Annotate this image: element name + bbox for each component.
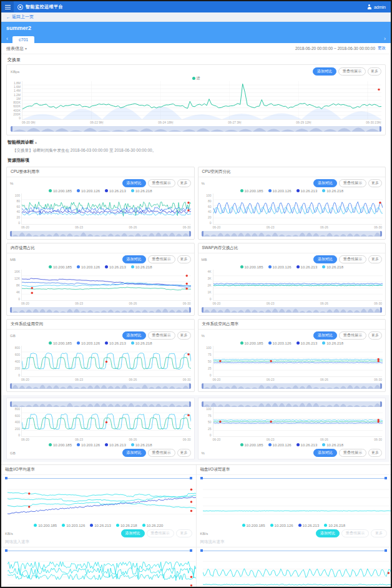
legend-item[interactable]: 10.200.185: [240, 443, 263, 447]
legend-item[interactable]: 10.200.185: [49, 265, 72, 269]
datazoom-slider[interactable]: [200, 476, 388, 480]
chart[interactable]: [213, 407, 383, 437]
datazoom-slider[interactable]: [10, 401, 191, 407]
datazoom-handle[interactable]: [10, 231, 12, 237]
legend-item[interactable]: 10.203.126: [268, 265, 292, 269]
datazoom-slider[interactable]: [202, 307, 383, 313]
legend-item[interactable]: 10.26.218: [131, 443, 152, 447]
add-compare-button[interactable]: 添加对比: [122, 331, 146, 340]
tabs-scroll-left-icon[interactable]: ‹: [6, 35, 12, 43]
back-link[interactable]: ← 返回上一页: [6, 14, 34, 20]
overlay-button[interactable]: 重叠性展示: [147, 529, 174, 537]
datazoom-slider[interactable]: [10, 307, 191, 313]
legend-item[interactable]: 10.203.126: [270, 524, 293, 527]
datazoom-handle[interactable]: [189, 307, 191, 313]
overlay-button[interactable]: 重叠性展示: [339, 179, 366, 187]
change-range-link[interactable]: 更改: [378, 46, 386, 51]
more-button[interactable]: 更多: [177, 179, 191, 187]
legend-item[interactable]: 10.26.218: [131, 189, 152, 193]
legend-item[interactable]: 10.26.213: [298, 524, 320, 527]
more-button[interactable]: 更多: [177, 331, 191, 340]
overlay-button[interactable]: 重叠性展示: [339, 255, 366, 263]
overlay-button[interactable]: 重叠性展示: [148, 449, 175, 457]
chart[interactable]: [213, 346, 383, 377]
legend-item[interactable]: 10.26.213: [296, 189, 318, 193]
legend-item[interactable]: 10.26.213: [90, 524, 111, 527]
datazoom-handle[interactable]: [202, 401, 203, 407]
chart[interactable]: [7, 554, 196, 588]
legend-item[interactable]: 10.26.213: [296, 341, 318, 345]
datazoom-handle[interactable]: [202, 383, 203, 389]
legend-item[interactable]: 10.200.185: [49, 341, 72, 345]
legend-item[interactable]: 10.200.185: [240, 189, 263, 193]
datazoom-handle[interactable]: [380, 307, 382, 313]
datazoom-handle[interactable]: [380, 126, 381, 132]
add-compare-button[interactable]: 添加对比: [122, 449, 146, 457]
more-button[interactable]: 更多: [177, 255, 191, 263]
overlay-button[interactable]: 重叠性展示: [148, 179, 175, 187]
datazoom-handle[interactable]: [202, 307, 203, 313]
datazoom-slider[interactable]: [202, 401, 383, 407]
legend-item[interactable]: 10.26.218: [131, 265, 152, 269]
legend-item[interactable]: 10.26.213: [105, 189, 126, 193]
more-button[interactable]: 更多: [371, 529, 387, 537]
datazoom-slider[interactable]: [5, 476, 192, 480]
legend-item[interactable]: 10.26.218: [116, 524, 137, 527]
more-button[interactable]: 更多: [176, 529, 192, 537]
overview-chart[interactable]: [22, 81, 381, 120]
chart[interactable]: [21, 346, 191, 377]
datazoom-handle[interactable]: [190, 477, 192, 479]
datazoom-handle[interactable]: [380, 401, 382, 407]
chart[interactable]: [203, 481, 391, 522]
legend-item[interactable]: 10.200.185: [240, 341, 263, 345]
legend-item[interactable]: 10.26.218: [322, 265, 343, 269]
overlay-button[interactable]: 重叠性展示: [341, 529, 369, 537]
legend-item[interactable]: 10.26.218: [131, 341, 152, 345]
add-compare-button[interactable]: 添加对比: [313, 331, 337, 340]
user-menu[interactable]: admin: [367, 4, 391, 9]
legend-item[interactable]: 10.26.218: [322, 189, 343, 193]
chart[interactable]: [213, 194, 383, 225]
datazoom-handle[interactable]: [202, 231, 203, 237]
legend-item[interactable]: 10.200.185: [49, 443, 72, 447]
chart[interactable]: [21, 270, 191, 301]
legend-item[interactable]: 10.26.213: [296, 265, 318, 269]
legend-item[interactable]: 10.203.126: [77, 443, 100, 447]
legend-item[interactable]: 10.26.218: [324, 524, 345, 527]
datazoom-slider[interactable]: [202, 231, 383, 237]
legend-item[interactable]: 10.200.185: [49, 189, 72, 193]
add-compare-button[interactable]: 添加对比: [122, 179, 146, 187]
legend-item[interactable]: 10.200.185: [242, 524, 265, 527]
datazoom-slider[interactable]: [11, 126, 381, 132]
legend-item[interactable]: 10.26.218: [322, 341, 343, 345]
datazoom-handle[interactable]: [189, 401, 191, 407]
more-button[interactable]: 更多: [177, 449, 191, 457]
tab-host[interactable]: c701: [12, 36, 34, 43]
add-compare-button[interactable]: 添加对比: [313, 449, 337, 457]
legend-item[interactable]: 10.203.126: [268, 189, 292, 193]
add-compare-button[interactable]: 添加对比: [316, 529, 340, 537]
legend-item[interactable]: 10.200.185: [34, 524, 57, 527]
chart[interactable]: [21, 194, 191, 225]
datazoom-handle[interactable]: [190, 549, 192, 552]
legend-item[interactable]: 10.26.213: [105, 443, 126, 447]
legend-item[interactable]: 进: [192, 76, 200, 81]
datazoom-handle[interactable]: [5, 549, 7, 552]
legend-item[interactable]: 10.203.126: [62, 524, 85, 527]
datazoom-handle[interactable]: [5, 477, 7, 479]
add-compare-button[interactable]: 添加对比: [313, 67, 336, 76]
overlay-button[interactable]: 重叠性展示: [148, 331, 175, 340]
datazoom-handle[interactable]: [189, 231, 191, 237]
datazoom-slider[interactable]: [5, 549, 192, 552]
legend-item[interactable]: 10.26.220: [142, 524, 164, 527]
datazoom-handle[interactable]: [380, 383, 382, 389]
more-button[interactable]: 更多: [368, 331, 382, 340]
datazoom-handle[interactable]: [11, 126, 12, 132]
legend-item[interactable]: 10.203.126: [268, 341, 292, 345]
chart[interactable]: [21, 407, 191, 437]
datazoom-slider[interactable]: [200, 549, 388, 552]
chart[interactable]: [7, 481, 196, 522]
overlay-button[interactable]: 重叠性展示: [339, 331, 366, 340]
legend-item[interactable]: 10.203.126: [77, 265, 100, 269]
more-button[interactable]: 更多: [368, 449, 382, 457]
